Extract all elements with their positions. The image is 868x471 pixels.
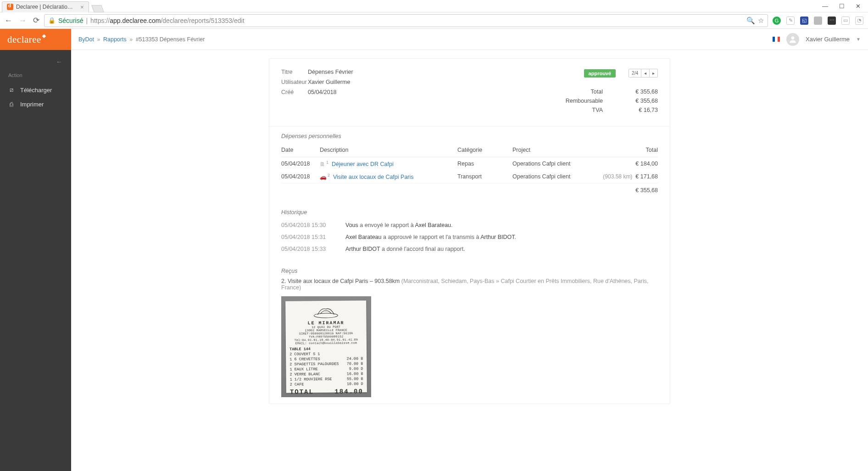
extension-icon[interactable]: ◱ — [800, 17, 808, 25]
chevron-down-icon[interactable]: ▼ — [856, 37, 861, 42]
extension-icon[interactable]: ⋯ — [828, 17, 836, 25]
sidebar-item-label: Télécharger — [20, 87, 52, 94]
totals: Total€ 355,68 Remboursable€ 355,68 TVA€ … — [566, 89, 658, 113]
print-icon: ⎙ — [8, 101, 15, 108]
browser-toolbar: ← → ⟳ 🔒 Sécurisé | https://app.declaree.… — [0, 12, 868, 29]
expense-link[interactable]: Déjeuner avec DR Cafpi — [332, 161, 394, 167]
sidebar-item-label: Imprimer — [20, 101, 44, 108]
app-logo[interactable]: declaree — [0, 29, 71, 50]
expense-link[interactable]: Visite aux locaux de Cafpi Paris — [333, 174, 414, 180]
car-icon: 🚗 — [320, 174, 327, 180]
report-created: 05/04/2018 — [308, 89, 337, 95]
pager-next-icon[interactable]: ▸ — [650, 69, 657, 77]
report-title: Dépenses Février — [308, 69, 353, 75]
maximize-icon[interactable]: ☐ — [839, 3, 845, 10]
status-badge: approuvé — [584, 69, 616, 78]
receipt-image[interactable]: LE MIRAMAR 12 QUAI DU PORT 13002 MARSEIL… — [281, 296, 371, 397]
reload-icon[interactable]: ⟳ — [33, 16, 39, 25]
avatar-icon[interactable] — [786, 33, 799, 46]
breadcrumb-link[interactable]: Rapports — [103, 36, 127, 43]
report-meta: TitreDépenses Février UtilisateurXavier … — [281, 69, 353, 116]
extension-icon[interactable]: ▭ — [841, 17, 850, 25]
pager: 2/4 ◂ ▸ — [629, 69, 658, 78]
extension-icons: G ✎ ◱ ⋯ ▭ ◔ — [773, 17, 863, 25]
history-row: 05/04/2018 15:33 Arthur BIDOT a donné l'… — [281, 243, 658, 255]
sidebar-item-print[interactable]: ⎙ Imprimer — [0, 97, 71, 111]
extension-icon[interactable]: ◔ — [855, 17, 863, 25]
tab-close-icon[interactable]: × — [80, 4, 84, 11]
user-menu[interactable]: Xavier Guillerme — [806, 36, 850, 43]
section-title: Historique — [281, 209, 658, 216]
topbar: ByDot » Rapports » #513353 Dépenses Févr… — [71, 29, 868, 50]
minimize-icon[interactable]: — — [822, 3, 828, 10]
favicon-icon — [7, 4, 13, 10]
svg-point-1 — [314, 313, 338, 318]
breadcrumb-current: #513353 Dépenses Février — [136, 36, 205, 43]
section-title: Dépenses personnelles — [281, 133, 658, 139]
star-icon[interactable]: ☆ — [758, 17, 764, 25]
table-row: 05/04/2018 🗎1 Déjeuner avec DR Cafpi Rep… — [281, 157, 658, 171]
sidebar-collapse-icon[interactable]: ← — [0, 50, 71, 70]
breadcrumb-link[interactable]: ByDot — [78, 36, 94, 43]
section-title: Reçus — [281, 268, 658, 274]
tab-title: Declaree | Déclaration de — [16, 4, 76, 10]
table-row: 05/04/2018 🚗2 Visite aux locaux de Cafpi… — [281, 170, 658, 183]
svg-point-0 — [791, 36, 795, 39]
pager-prev-icon[interactable]: ◂ — [641, 69, 650, 77]
receipt-logo-icon — [312, 305, 339, 319]
zoom-icon[interactable]: 🔍 — [746, 17, 755, 25]
extension-icon[interactable]: ✎ — [786, 17, 795, 25]
extension-icon[interactable] — [814, 17, 822, 25]
pager-count: 2/4 — [629, 69, 641, 77]
lock-icon: 🔒 — [48, 17, 56, 24]
grammarly-icon[interactable]: G — [773, 17, 781, 25]
table-sum-row: € 355,68 — [281, 183, 658, 197]
receipt-title: 2. Visite aux locaux de Cafpi Paris – 90… — [281, 278, 658, 291]
browser-tab[interactable]: Declaree | Déclaration de × — [2, 1, 89, 12]
address-bar[interactable]: 🔒 Sécurisé | https://app.declaree.com/de… — [44, 14, 768, 27]
file-icon: 🗎 — [320, 161, 325, 167]
sidebar-item-download[interactable]: ⧄ Télécharger — [0, 83, 71, 97]
history-row: 05/04/2018 15:30 Vous a envoyé le rappor… — [281, 219, 658, 231]
window-controls: — ☐ ✕ — [822, 3, 868, 10]
back-icon[interactable]: ← — [5, 16, 12, 25]
forward-icon[interactable]: → — [19, 16, 27, 25]
browser-tab-strip: Declaree | Déclaration de × — ☐ ✕ — [0, 0, 868, 12]
breadcrumb: ByDot » Rapports » #513353 Dépenses Févr… — [78, 36, 205, 43]
secure-label: Sécurisé — [58, 17, 83, 24]
download-icon: ⧄ — [8, 86, 15, 94]
expense-table: Date Description Catégorie Project Total… — [281, 143, 658, 196]
sidebar-section-label: Action — [0, 72, 71, 78]
history-row: 05/04/2018 15:31 Axel Barateau a approuv… — [281, 231, 658, 243]
sidebar: declaree ← Action ⧄ Télécharger ⎙ Imprim… — [0, 29, 71, 471]
flag-icon[interactable] — [773, 37, 780, 42]
close-window-icon[interactable]: ✕ — [856, 3, 861, 10]
report-user: Xavier Guillerme — [308, 79, 350, 85]
new-tab-button[interactable] — [91, 5, 104, 12]
report-card: TitreDépenses Février UtilisateurXavier … — [269, 58, 670, 404]
